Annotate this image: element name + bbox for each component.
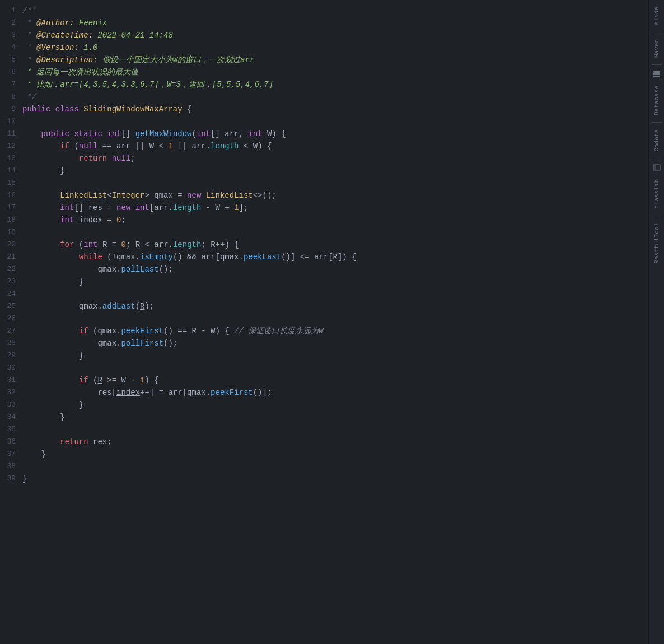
token: * [22,18,36,27]
token: ( [192,129,197,138]
token: LinkedList [60,191,107,200]
token: } [22,474,27,483]
token: } [22,413,65,422]
code-line: 11 public static int[] getMaxWindow(int[… [0,128,648,140]
line-number: 23 [0,276,22,288]
token: } [22,351,83,360]
code-line: 18 int index = 0; [0,214,648,226]
code-line: 21 while (!qmax.isEmpty() && arr[qmax.pe… [0,251,648,263]
token: qmax. [79,302,102,311]
line-code: * @CreateTime: 2022-04-21 14:48 [22,29,648,41]
token [22,216,60,225]
line-code: * @Author: Feenix [22,17,648,29]
code-line: 34 } [0,411,648,423]
line-number: 20 [0,239,22,251]
token: > qmax = [144,191,187,200]
sidebar-icon-classlib[interactable] [651,162,662,173]
token: @Description: [36,55,97,64]
token: [arr. [149,203,173,212]
token: || arr. [173,142,211,151]
code-line: 29 } [0,349,648,362]
token: peekFirst [121,326,163,335]
line-number: 11 [0,128,22,140]
line-code: } [22,165,648,177]
line-number: 35 [0,423,22,436]
token [97,240,102,249]
sidebar-tab-database[interactable]: Database [651,81,662,120]
token: ) { [144,376,158,385]
code-line: 6 * 返回每一次滑出状况的最大值 [0,66,648,78]
line-number: 33 [0,399,22,411]
line-code: } [22,411,648,423]
token: = [107,240,121,249]
token: } [22,450,46,459]
sidebar-tab-codota[interactable]: Codota [651,125,662,156]
sidebar-tab-slide[interactable]: slide [651,2,662,30]
token: == arr || W < [97,142,168,151]
token: @CreateTime: [36,31,93,40]
token: public [22,105,55,114]
line-number: 28 [0,337,22,349]
token: qmax. [97,265,121,274]
line-number: 2 [0,17,22,29]
token: Feenix [74,18,107,27]
token [22,129,41,138]
code-line: 39} [0,473,648,485]
line-number: 18 [0,214,22,226]
line-code: if (qmax.peekFirst() == R - W) { // 保证窗口… [22,325,648,337]
line-code: } [22,448,648,460]
code-line: 3 * @CreateTime: 2022-04-21 14:48 [0,29,648,41]
code-line: 24 [0,288,648,300]
code-line: 10 [0,115,648,128]
line-number: 8 [0,91,22,103]
line-code: while (!qmax.isEmpty() && arr[qmax.peekL… [22,251,648,263]
token: @Author: [36,18,74,27]
sidebar-tab-classlib[interactable]: classlib [651,175,662,213]
token: res[ [97,388,116,397]
sidebar-icon-database[interactable] [651,68,662,80]
token: (qmax. [88,326,121,335]
token: new [116,203,135,212]
token: for [60,240,74,249]
line-number: 17 [0,202,22,214]
line-code: if (null == arr || W < 1 || arr.length <… [22,140,648,152]
token: () == [163,326,191,335]
token: ()] <= arr[ [281,253,333,262]
token [22,142,60,151]
line-code: } [22,399,648,411]
token: addLast [102,302,135,311]
token: if [60,142,69,151]
line-number: 34 [0,411,22,423]
token: 假设一个固定大小为W的窗口，一次划过arr [97,55,254,64]
token [22,339,97,348]
token: ( [88,376,98,385]
token: >= W - [102,376,140,385]
token: if [79,326,88,335]
sidebar-tab-group: slide Maven Database Codota classlib Res… [651,2,662,268]
token: int [248,129,262,138]
line-number: 5 [0,54,22,66]
token: R [97,376,102,385]
token: R [333,253,338,262]
token: - W + [201,203,234,212]
sidebar-tab-restfultool[interactable]: RestfulTool [651,218,662,268]
token: qmax. [97,339,121,348]
token: ; [121,216,125,225]
token: int [83,240,97,249]
sidebar-tab-maven[interactable]: Maven [651,35,662,62]
line-number: 19 [0,226,22,239]
token: ; [126,240,135,249]
token [22,437,60,446]
code-line: 7 * 比如：arr=[4,3,5,4,3,3,6,7]，W=3，返回：[5,5… [0,78,648,91]
line-number: 6 [0,66,22,78]
code-line: 25 qmax.addLast(R); [0,300,648,312]
code-line: 33 } [0,399,648,411]
token [22,253,79,262]
line-code: LinkedList<Integer> qmax = new LinkedLis… [22,189,648,202]
token [22,388,97,397]
token [22,191,60,200]
line-number: 16 [0,189,22,202]
token: ]) { [338,253,357,262]
token: pollFirst [121,339,163,348]
token [22,302,79,311]
